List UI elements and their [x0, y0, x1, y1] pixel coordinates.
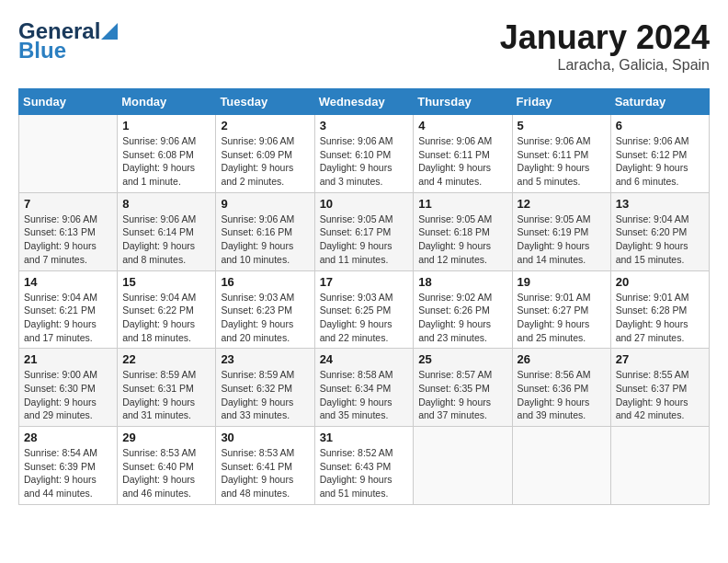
day-number: 30	[221, 431, 309, 444]
calendar-week-2: 7Sunrise: 9:06 AM Sunset: 6:13 PM Daylig…	[19, 192, 710, 270]
day-number: 5	[518, 119, 606, 132]
day-info: Sunrise: 9:06 AM Sunset: 6:16 PM Dayligh…	[221, 213, 309, 267]
day-info: Sunrise: 9:06 AM Sunset: 6:14 PM Dayligh…	[122, 213, 210, 267]
calendar-cell-w2-d5: 11Sunrise: 9:05 AM Sunset: 6:18 PM Dayli…	[414, 192, 512, 270]
col-wednesday: Wednesday	[314, 89, 414, 115]
day-info: Sunrise: 8:53 AM Sunset: 6:41 PM Dayligh…	[221, 446, 309, 500]
calendar-cell-w2-d4: 10Sunrise: 9:05 AM Sunset: 6:17 PM Dayli…	[314, 192, 414, 270]
calendar-cell-w5-d6	[512, 427, 610, 505]
day-number: 17	[320, 275, 409, 289]
day-info: Sunrise: 8:56 AM Sunset: 6:36 PM Dayligh…	[518, 368, 606, 422]
day-number: 22	[122, 352, 210, 366]
calendar-cell-w5-d7	[610, 427, 709, 505]
day-number: 8	[122, 197, 210, 211]
calendar-header-row: Sunday Monday Tuesday Wednesday Thursday…	[19, 89, 710, 115]
day-number: 13	[616, 197, 704, 211]
day-number: 24	[320, 352, 409, 366]
day-info: Sunrise: 8:59 AM Sunset: 6:31 PM Dayligh…	[122, 368, 210, 422]
calendar-table: Sunday Monday Tuesday Wednesday Thursday…	[18, 88, 710, 505]
day-number: 29	[122, 431, 210, 444]
calendar-cell-w3-d3: 16Sunrise: 9:03 AM Sunset: 6:23 PM Dayli…	[216, 270, 314, 349]
day-info: Sunrise: 9:06 AM Sunset: 6:13 PM Dayligh…	[24, 213, 112, 267]
day-info: Sunrise: 8:58 AM Sunset: 6:34 PM Dayligh…	[320, 368, 409, 422]
calendar-cell-w4-d4: 24Sunrise: 8:58 AM Sunset: 6:34 PM Dayli…	[314, 349, 414, 427]
calendar-cell-w2-d3: 9Sunrise: 9:06 AM Sunset: 6:16 PM Daylig…	[216, 192, 314, 270]
day-number: 23	[221, 352, 309, 366]
day-number: 21	[24, 352, 112, 366]
page-subtitle: Laracha, Galicia, Spain	[500, 57, 710, 74]
day-number: 3	[320, 119, 409, 132]
day-number: 27	[616, 352, 704, 366]
day-info: Sunrise: 9:05 AM Sunset: 6:19 PM Dayligh…	[518, 213, 606, 267]
calendar-week-5: 28Sunrise: 8:54 AM Sunset: 6:39 PM Dayli…	[19, 427, 710, 505]
page-title: January 2024	[500, 18, 710, 57]
col-sunday: Sunday	[19, 89, 118, 115]
title-section: January 2024 Laracha, Galicia, Spain	[500, 18, 710, 74]
day-number: 18	[418, 275, 506, 289]
calendar-week-1: 1Sunrise: 9:06 AM Sunset: 6:08 PM Daylig…	[19, 115, 710, 193]
day-number: 19	[518, 275, 606, 289]
calendar-week-4: 21Sunrise: 9:00 AM Sunset: 6:30 PM Dayli…	[19, 349, 710, 427]
col-tuesday: Tuesday	[216, 89, 314, 115]
day-number: 11	[418, 197, 506, 211]
calendar-cell-w4-d5: 25Sunrise: 8:57 AM Sunset: 6:35 PM Dayli…	[414, 349, 512, 427]
svg-marker-0	[101, 23, 118, 40]
day-number: 1	[122, 119, 210, 132]
logo: General Blue	[18, 18, 119, 61]
calendar-cell-w5-d4: 31Sunrise: 8:52 AM Sunset: 6:43 PM Dayli…	[314, 427, 414, 505]
day-number: 14	[24, 275, 112, 289]
calendar-cell-w4-d1: 21Sunrise: 9:00 AM Sunset: 6:30 PM Dayli…	[19, 349, 118, 427]
day-info: Sunrise: 9:03 AM Sunset: 6:25 PM Dayligh…	[320, 291, 409, 345]
day-info: Sunrise: 9:02 AM Sunset: 6:26 PM Dayligh…	[418, 291, 506, 345]
day-number: 7	[24, 197, 112, 211]
calendar-cell-w1-d5: 4Sunrise: 9:06 AM Sunset: 6:11 PM Daylig…	[414, 115, 512, 193]
calendar-cell-w3-d7: 20Sunrise: 9:01 AM Sunset: 6:28 PM Dayli…	[610, 270, 709, 349]
day-info: Sunrise: 9:06 AM Sunset: 6:10 PM Dayligh…	[320, 134, 409, 189]
logo-blue: Blue	[18, 40, 66, 61]
day-number: 12	[518, 197, 606, 211]
logo-triangle-icon	[101, 23, 118, 40]
day-info: Sunrise: 9:06 AM Sunset: 6:12 PM Dayligh…	[616, 134, 704, 189]
calendar-cell-w3-d6: 19Sunrise: 9:01 AM Sunset: 6:27 PM Dayli…	[512, 270, 610, 349]
day-info: Sunrise: 8:54 AM Sunset: 6:39 PM Dayligh…	[24, 446, 112, 500]
day-number: 6	[616, 119, 704, 132]
calendar-cell-w3-d2: 15Sunrise: 9:04 AM Sunset: 6:22 PM Dayli…	[118, 270, 216, 349]
day-info: Sunrise: 9:03 AM Sunset: 6:23 PM Dayligh…	[221, 291, 309, 345]
day-number: 25	[418, 352, 506, 366]
day-info: Sunrise: 9:04 AM Sunset: 6:21 PM Dayligh…	[24, 291, 112, 345]
day-info: Sunrise: 9:05 AM Sunset: 6:17 PM Dayligh…	[320, 213, 409, 267]
day-number: 28	[24, 431, 112, 444]
calendar-cell-w2-d6: 12Sunrise: 9:05 AM Sunset: 6:19 PM Dayli…	[512, 192, 610, 270]
calendar-cell-w5-d3: 30Sunrise: 8:53 AM Sunset: 6:41 PM Dayli…	[216, 427, 314, 505]
calendar-cell-w4-d3: 23Sunrise: 8:59 AM Sunset: 6:32 PM Dayli…	[216, 349, 314, 427]
day-info: Sunrise: 8:55 AM Sunset: 6:37 PM Dayligh…	[616, 368, 704, 422]
calendar-cell-w4-d7: 27Sunrise: 8:55 AM Sunset: 6:37 PM Dayli…	[610, 349, 709, 427]
day-number: 4	[418, 119, 506, 132]
calendar-cell-w4-d6: 26Sunrise: 8:56 AM Sunset: 6:36 PM Dayli…	[512, 349, 610, 427]
day-number: 9	[221, 197, 309, 211]
day-info: Sunrise: 9:06 AM Sunset: 6:08 PM Dayligh…	[122, 134, 210, 189]
calendar-cell-w4-d2: 22Sunrise: 8:59 AM Sunset: 6:31 PM Dayli…	[118, 349, 216, 427]
day-info: Sunrise: 8:52 AM Sunset: 6:43 PM Dayligh…	[320, 446, 409, 500]
day-info: Sunrise: 9:06 AM Sunset: 6:11 PM Dayligh…	[418, 134, 506, 189]
calendar-cell-w3-d4: 17Sunrise: 9:03 AM Sunset: 6:25 PM Dayli…	[314, 270, 414, 349]
day-info: Sunrise: 9:01 AM Sunset: 6:27 PM Dayligh…	[518, 291, 606, 345]
col-thursday: Thursday	[414, 89, 512, 115]
calendar-cell-w1-d2: 1Sunrise: 9:06 AM Sunset: 6:08 PM Daylig…	[118, 115, 216, 193]
calendar-cell-w3-d5: 18Sunrise: 9:02 AM Sunset: 6:26 PM Dayli…	[414, 270, 512, 349]
day-info: Sunrise: 8:59 AM Sunset: 6:32 PM Dayligh…	[221, 368, 309, 422]
calendar-cell-w2-d2: 8Sunrise: 9:06 AM Sunset: 6:14 PM Daylig…	[118, 192, 216, 270]
day-number: 26	[518, 352, 606, 366]
day-info: Sunrise: 9:01 AM Sunset: 6:28 PM Dayligh…	[616, 291, 704, 345]
day-info: Sunrise: 9:05 AM Sunset: 6:18 PM Dayligh…	[418, 213, 506, 267]
day-number: 15	[122, 275, 210, 289]
col-saturday: Saturday	[610, 89, 709, 115]
calendar-cell-w1-d3: 2Sunrise: 9:06 AM Sunset: 6:09 PM Daylig…	[216, 115, 314, 193]
day-number: 2	[221, 119, 309, 132]
page-header: General Blue January 2024 Laracha, Galic…	[18, 18, 710, 74]
col-friday: Friday	[512, 89, 610, 115]
col-monday: Monday	[118, 89, 216, 115]
day-info: Sunrise: 9:00 AM Sunset: 6:30 PM Dayligh…	[24, 368, 112, 422]
calendar-cell-w2-d7: 13Sunrise: 9:04 AM Sunset: 6:20 PM Dayli…	[610, 192, 709, 270]
calendar-cell-w5-d5	[414, 427, 512, 505]
